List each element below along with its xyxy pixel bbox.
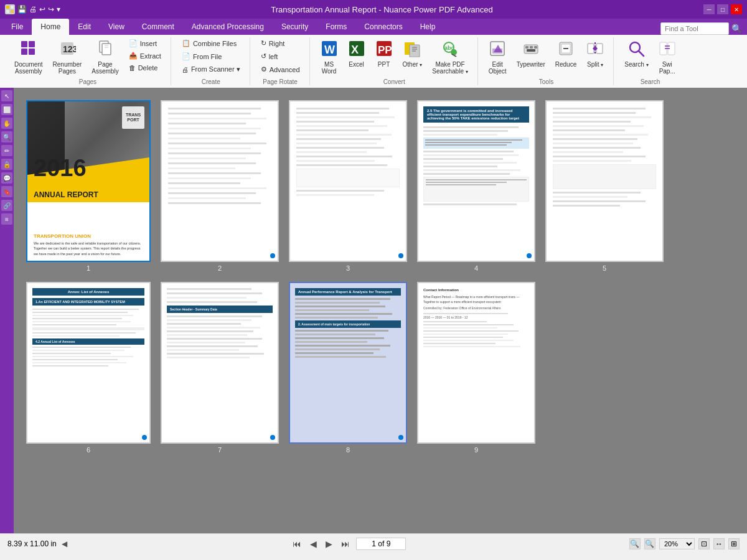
typewriter-icon (522, 40, 540, 60)
page-9-inner[interactable]: Contact Information What Report Period —… (417, 282, 535, 444)
document-assembly-button[interactable]: Document Assembly (10, 37, 47, 77)
fit-page-btn[interactable]: ⊡ (698, 538, 710, 549)
other-button[interactable]: Other ▾ (398, 37, 427, 70)
actual-size-btn[interactable]: ⊞ (728, 538, 740, 549)
zoom-bar: 🔍 🔍 20% 25% 50% 75% 100% ⊡ ↔ ⊞ (629, 538, 740, 549)
tool-zoom[interactable]: 🔍 (1, 131, 12, 142)
tool-arrow[interactable]: ↖ (1, 90, 12, 101)
minimize-btn[interactable]: ─ (703, 4, 715, 14)
redo-quick-btn[interactable]: ↪ (48, 5, 54, 14)
page-assembly-button[interactable]: Page Assembly (87, 37, 123, 77)
ppt-label: PPT (378, 61, 390, 68)
zoom-in-btn[interactable]: 🔍 (644, 538, 655, 549)
svg-rect-7 (29, 49, 35, 55)
page-thumb-7[interactable]: Section Header - Summary Data 7 (161, 282, 279, 454)
page-thumb-3[interactable]: 3 (289, 100, 407, 272)
tab-view[interactable]: View (100, 19, 133, 35)
tool-hand[interactable]: ✋ (1, 118, 12, 129)
tab-forms[interactable]: Forms (317, 19, 355, 35)
search-button[interactable]: Search ▾ (620, 37, 652, 70)
page-7-inner[interactable]: Section Header - Summary Data (161, 282, 279, 444)
delete-button[interactable]: 🗑 Delete (125, 62, 166, 73)
print-quick-btn[interactable]: 🖨 (29, 5, 37, 14)
right-rotate-button[interactable]: ↻ Right (256, 37, 304, 49)
extract-button[interactable]: 📤 Extract (125, 50, 166, 62)
left-rotate-button[interactable]: ↺ left (256, 50, 304, 62)
page-2-dot (270, 253, 275, 258)
page-2-inner[interactable] (161, 100, 279, 262)
make-pdf-label2: Searchable ▾ (432, 68, 467, 75)
from-scanner-button[interactable]: 🖨 From Scanner ▾ (177, 63, 245, 75)
tab-security[interactable]: Security (273, 19, 317, 35)
split-button[interactable]: Split ▾ (582, 37, 608, 70)
renumber-pages-button[interactable]: 123 Renumber Pages (49, 37, 87, 77)
tool-link[interactable]: 🔗 (1, 200, 12, 211)
tool-layers[interactable]: ≡ (1, 213, 12, 225)
tab-file[interactable]: File (2, 19, 32, 35)
page-num-2: 2 (218, 264, 222, 272)
page-6-inner[interactable]: Annex: List of Annexes 1.An EFFICIENT AN… (26, 282, 151, 444)
combine-files-label: Combine Files (193, 40, 237, 47)
document-assembly-icon (20, 40, 37, 60)
page-5-inner[interactable] (545, 100, 664, 262)
svg-rect-2 (6, 10, 9, 13)
page-thumb-2[interactable]: 2 (161, 100, 279, 272)
page-3-inner[interactable] (289, 100, 407, 262)
page-4-inner[interactable]: 2.5 The government is committed and incr… (417, 100, 535, 262)
tab-edit[interactable]: Edit (69, 19, 100, 35)
edit-object-button[interactable]: Edit Object (484, 37, 511, 77)
svg-text:X: X (351, 44, 359, 56)
window-controls[interactable]: ─ □ ✕ (703, 4, 742, 14)
page-number-input[interactable]: 1 of 9 (356, 538, 406, 550)
zoom-select[interactable]: 20% 25% 50% 75% 100% (659, 538, 695, 549)
tab-home[interactable]: Home (32, 19, 69, 35)
tool-lock[interactable]: 🔒 (1, 159, 12, 170)
page-thumb-1[interactable]: TRANSPORT 2016 ANNUAL REPORT TRANSPORTIO… (26, 100, 151, 272)
page-thumb-9[interactable]: Contact Information What Report Period —… (417, 282, 535, 454)
tool-bookmark[interactable]: 🔖 (1, 186, 12, 197)
first-page-btn[interactable]: ⏮ (290, 538, 304, 550)
next-page-btn[interactable]: ▶ (323, 538, 335, 550)
from-file-button[interactable]: 📄 From File (177, 50, 245, 62)
make-pdf-searchable-button[interactable]: abc Make PDF Searchable ▾ (428, 37, 472, 77)
swi-pap-button[interactable]: Swi Pap... (654, 37, 680, 77)
swi-pap-label1: Swi (662, 61, 672, 68)
tab-comment[interactable]: Comment (133, 19, 183, 35)
find-tool-input[interactable] (660, 22, 729, 35)
collapse-btn[interactable]: ◀ (62, 539, 67, 548)
combine-files-button[interactable]: 📋 Combine Files (177, 37, 245, 49)
undo-quick-btn[interactable]: ↩ (39, 5, 45, 14)
tool-comment[interactable]: 💬 (1, 172, 12, 184)
page-thumb-5[interactable]: 5 (545, 100, 664, 272)
page-1-inner[interactable]: TRANSPORT 2016 ANNUAL REPORT TRANSPORTIO… (26, 100, 151, 262)
ribbon-rotate-items: ↻ Right ↺ left ⚙ Advanced (256, 37, 304, 77)
advanced-rotate-button[interactable]: ⚙ Advanced (256, 63, 304, 75)
fit-width-btn[interactable]: ↔ (713, 538, 725, 549)
tab-advanced-processing[interactable]: Advanced Processing (183, 19, 273, 35)
ppt-button[interactable]: PP PPT (371, 37, 397, 70)
page-thumb-8[interactable]: Annual Performance Report & Analysis for… (289, 282, 407, 454)
title-bar: 💾 🖨 ↩ ↪ ▾ Transportation Annual Report -… (0, 0, 747, 19)
swi-pap-label2: Pap... (659, 68, 675, 75)
page-thumb-4[interactable]: 2.5 The government is committed and incr… (417, 100, 535, 272)
tab-connectors[interactable]: Connectors (355, 19, 411, 35)
renumber-label2: Pages (59, 68, 76, 75)
tool-markup[interactable]: ✏ (1, 145, 12, 156)
maximize-btn[interactable]: □ (717, 4, 728, 14)
ms-word-button[interactable]: W MS Word (316, 37, 342, 77)
page-area[interactable]: TRANSPORT 2016 ANNUAL REPORT TRANSPORTIO… (14, 88, 747, 533)
save-quick-btn[interactable]: 💾 (17, 5, 27, 14)
reduce-button[interactable]: Reduce (551, 37, 581, 70)
page-8-inner[interactable]: Annual Performance Report & Analysis for… (289, 282, 407, 444)
close-btn[interactable]: ✕ (731, 4, 742, 14)
page-thumb-6[interactable]: Annex: List of Annexes 1.An EFFICIENT AN… (26, 282, 151, 454)
other-label: Other ▾ (403, 61, 423, 68)
typewriter-button[interactable]: Typewriter (512, 37, 550, 70)
prev-page-btn[interactable]: ◀ (308, 538, 319, 550)
tab-help[interactable]: Help (411, 19, 444, 35)
excel-button[interactable]: X Excel (344, 37, 370, 70)
last-page-btn[interactable]: ⏭ (339, 538, 352, 550)
zoom-out-btn[interactable]: 🔍 (629, 538, 641, 549)
tool-select[interactable]: ⬜ (1, 104, 12, 115)
insert-button[interactable]: 📄 Insert (125, 37, 166, 49)
